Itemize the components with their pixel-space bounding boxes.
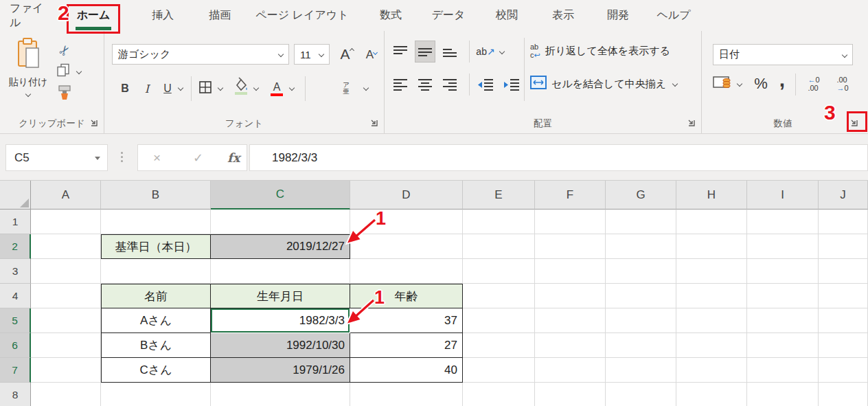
cell-F1[interactable] (535, 210, 606, 234)
decrease-indent-button[interactable] (475, 75, 496, 94)
font-color-button[interactable]: A (268, 78, 286, 100)
cell-C2[interactable]: 2019/12/27 (211, 234, 350, 259)
cell-B5[interactable]: Aさん (101, 308, 211, 333)
cell-J5[interactable] (819, 308, 868, 333)
tab-表示[interactable]: 表示 (545, 0, 581, 31)
accounting-dropdown-chevron[interactable] (737, 81, 742, 87)
cell-J2[interactable] (819, 234, 868, 259)
cell-J3[interactable] (819, 259, 868, 284)
cell-G1[interactable] (606, 210, 676, 234)
merge-dropdown-chevron[interactable] (672, 81, 678, 87)
insert-function-icon[interactable]: fx (227, 150, 240, 165)
cell-E8[interactable] (463, 383, 535, 406)
cell-E5[interactable] (463, 308, 535, 333)
cell-G3[interactable] (606, 259, 676, 284)
decrease-decimal-button[interactable]: .00 →0 (831, 74, 854, 94)
enter-icon[interactable]: ✓ (193, 150, 203, 166)
borders-dropdown-chevron[interactable] (218, 85, 223, 91)
cell-G5[interactable] (606, 308, 676, 333)
cell-D6[interactable]: 27 (350, 333, 463, 358)
row-header-8[interactable]: 8 (0, 383, 31, 406)
align-left-button[interactable] (390, 74, 411, 95)
cell-E1[interactable] (463, 210, 535, 234)
cell-D2[interactable] (350, 234, 463, 259)
cell-H6[interactable] (676, 333, 747, 358)
font-name-combo[interactable]: 游ゴシック (112, 44, 289, 65)
percent-style-button[interactable]: % (751, 74, 770, 94)
cell-I4[interactable] (747, 284, 819, 308)
cell-E3[interactable] (463, 259, 535, 284)
select-all-corner[interactable] (0, 181, 31, 210)
cell-B2[interactable]: 基準日（本日） (101, 234, 211, 259)
col-header-G[interactable]: G (606, 181, 676, 210)
col-header-B[interactable]: B (101, 181, 211, 210)
cell-H7[interactable] (676, 358, 747, 383)
cell-H8[interactable] (676, 383, 747, 406)
cell-E7[interactable] (463, 358, 535, 383)
paste-dropdown-chevron[interactable] (25, 91, 31, 97)
col-header-E[interactable]: E (463, 181, 535, 210)
cell-F4[interactable] (535, 284, 606, 308)
cell-B3[interactable] (101, 259, 211, 284)
format-painter-button[interactable] (55, 84, 74, 104)
cell-A5[interactable] (31, 308, 101, 333)
row-header-1[interactable]: 1 (0, 210, 31, 234)
cell-F2[interactable] (535, 234, 606, 259)
col-header-H[interactable]: H (676, 181, 747, 210)
tab-データ[interactable]: データ (429, 0, 468, 31)
comma-style-button[interactable]: , (775, 69, 790, 90)
cell-I7[interactable] (747, 358, 819, 383)
bottom-align-button[interactable] (439, 41, 460, 63)
number-format-chevron[interactable] (842, 52, 847, 57)
phonetic-button[interactable]: ア 亜 (338, 78, 354, 98)
col-header-F[interactable]: F (535, 181, 606, 210)
font-size-chevron[interactable] (319, 52, 324, 57)
row-header-7[interactable]: 7 (0, 358, 31, 383)
increase-indent-button[interactable] (501, 75, 522, 94)
cell-C8[interactable] (211, 383, 350, 406)
tab-ファイル[interactable]: ファイル (10, 0, 49, 31)
number-dialog-launcher[interactable] (849, 118, 859, 128)
fill-color-dropdown-chevron[interactable] (253, 85, 259, 91)
col-header-I[interactable]: I (747, 181, 819, 210)
cancel-icon[interactable]: × (153, 150, 161, 166)
paste-button[interactable]: 貼り付け (7, 38, 49, 115)
cell-F3[interactable] (535, 259, 606, 284)
cell-G4[interactable] (606, 284, 676, 308)
merge-center-button[interactable]: セルを結合して中央揃え (530, 74, 702, 94)
phonetic-dropdown-chevron[interactable] (363, 85, 369, 91)
cell-I8[interactable] (747, 383, 819, 406)
tab-校閲[interactable]: 校閲 (489, 0, 525, 31)
cell-G2[interactable] (606, 234, 676, 259)
row-header-4[interactable]: 4 (0, 284, 31, 308)
cell-G6[interactable] (606, 333, 676, 358)
cell-I6[interactable] (747, 333, 819, 358)
cell-C6[interactable]: 1992/10/30 (211, 333, 350, 358)
cell-F7[interactable] (535, 358, 606, 383)
tab-挿入[interactable]: 挿入 (146, 0, 180, 31)
copy-button[interactable] (54, 63, 73, 80)
cell-A1[interactable] (31, 210, 101, 234)
orientation-button[interactable]: ab ↗ (475, 42, 496, 61)
cell-B7[interactable]: Cさん (101, 358, 211, 383)
copy-dropdown-chevron[interactable] (76, 69, 82, 74)
wrap-text-button[interactable]: ab c↩ 折り返して全体を表示する (530, 41, 702, 61)
grow-font-button[interactable]: A (336, 45, 357, 64)
cell-A6[interactable] (31, 333, 101, 358)
align-center-button[interactable] (415, 74, 435, 95)
bold-button[interactable]: B (117, 79, 133, 98)
col-header-C[interactable]: C (211, 181, 350, 210)
cell-J1[interactable] (819, 210, 868, 234)
clipboard-dialog-launcher[interactable] (89, 118, 99, 128)
formula-bar-resize-handle[interactable] (121, 152, 123, 162)
cell-B4[interactable]: 名前 (101, 284, 211, 308)
cell-J4[interactable] (819, 284, 868, 308)
cell-H1[interactable] (676, 210, 747, 234)
cell-B8[interactable] (101, 383, 211, 406)
font-name-chevron[interactable] (278, 52, 284, 57)
cell-E4[interactable] (463, 284, 535, 308)
cut-button[interactable]: ✂ (55, 41, 74, 59)
cell-D8[interactable] (350, 383, 463, 406)
borders-button[interactable] (196, 79, 214, 98)
cell-I3[interactable] (747, 259, 819, 284)
